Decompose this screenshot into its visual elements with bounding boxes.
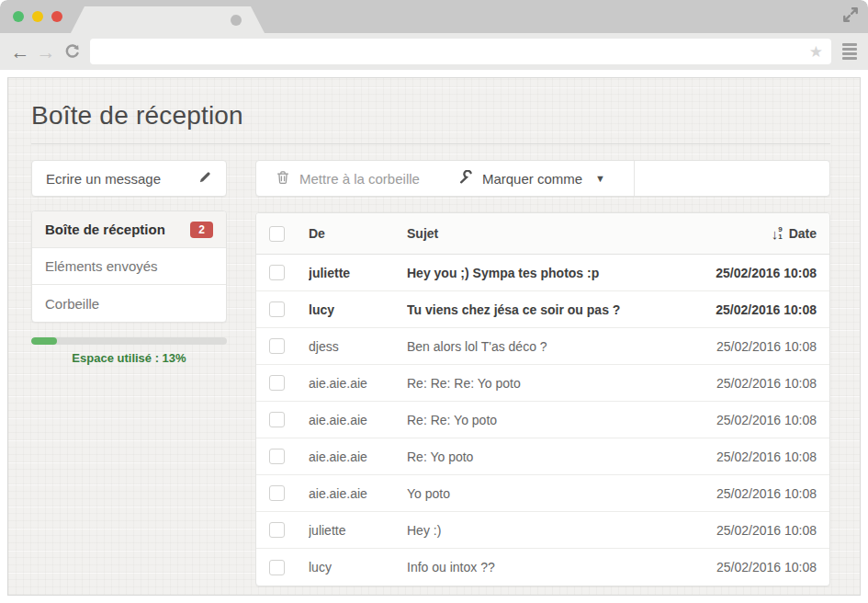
mail-subject[interactable]: Hey :) — [407, 523, 707, 538]
row-checkbox-cell — [269, 265, 285, 280]
folder-item-sent[interactable]: Eléments envoyés — [32, 248, 226, 285]
header-from[interactable]: De — [309, 226, 407, 241]
mail-sender: aie.aie.aie — [309, 413, 407, 427]
move-to-trash-label: Mettre à la corbeille — [299, 171, 420, 187]
row-checkbox[interactable] — [269, 375, 285, 391]
storage-label: Espace utilisé : 13% — [31, 351, 227, 365]
mail-subject[interactable]: Re: Re: Re: Yo poto — [407, 376, 707, 391]
mail-subject[interactable]: Re: Yo poto — [407, 449, 707, 464]
mail-table-header: De Sujet ↓ 9 1 Date — [256, 213, 829, 255]
storage-progress-fill — [31, 337, 57, 345]
folder-label: Eléments envoyés — [45, 258, 158, 274]
row-checkbox[interactable] — [269, 302, 285, 317]
mail-date: 25/02/2016 10:08 — [716, 266, 817, 280]
browser-tab[interactable] — [71, 6, 265, 33]
header-date-label: Date — [789, 226, 817, 241]
mail-sender: lucy — [309, 302, 407, 317]
mail-date: 25/02/2016 10:08 — [716, 486, 817, 501]
tab-favicon-icon — [231, 15, 242, 26]
row-checkbox[interactable] — [269, 412, 285, 427]
mail-sender: juliette — [309, 523, 407, 538]
mail-date: 25/02/2016 10:08 — [716, 413, 817, 427]
page-title: Boîte de réception — [31, 101, 830, 131]
header-subject[interactable]: Sujet — [407, 226, 762, 241]
row-checkbox-cell — [269, 485, 285, 501]
row-checkbox[interactable] — [269, 449, 285, 464]
mail-row[interactable]: lucy Info ou intox ?? 25/02/2016 10:08 — [256, 549, 829, 586]
folder-list: Boîte de réception 2 Eléments envoyés Co… — [31, 210, 227, 323]
row-checkbox[interactable] — [269, 522, 285, 538]
pencil-icon — [198, 170, 212, 187]
browser-titlebar — [0, 0, 868, 33]
traffic-light-yellow[interactable] — [32, 11, 43, 22]
url-input[interactable]: ★ — [90, 39, 831, 64]
main-area: Mettre à la corbeille Marquer comme ▼ — [255, 160, 830, 586]
row-checkbox-cell — [269, 375, 285, 391]
compose-label: Ecrire un message — [46, 171, 161, 187]
mail-date: 25/02/2016 10:08 — [716, 339, 817, 354]
traffic-light-green[interactable] — [13, 11, 24, 22]
browser-navbar: ← → ★ — [0, 33, 868, 70]
mail-subject[interactable]: Ben alors lol T'as déco ? — [407, 339, 707, 354]
traffic-light-red[interactable] — [51, 11, 62, 22]
mail-row[interactable]: juliette Hey you ;) Sympa tes photos :p … — [256, 255, 829, 291]
mail-row[interactable]: juliette Hey :) 25/02/2016 10:08 — [256, 512, 829, 549]
forward-button[interactable]: → — [33, 42, 59, 62]
row-checkbox-cell — [269, 560, 285, 575]
row-checkbox[interactable] — [269, 485, 285, 501]
mail-row[interactable]: lucy Tu viens chez jésa ce soir ou pas ?… — [256, 291, 829, 328]
row-checkbox-cell — [269, 412, 285, 427]
folder-item-inbox[interactable]: Boîte de réception 2 — [32, 211, 226, 248]
mail-row[interactable]: aie.aie.aie Re: Re: Re: Yo poto 25/02/20… — [256, 365, 829, 402]
mark-as-label: Marquer comme — [482, 171, 582, 187]
browser-menu-icon[interactable] — [840, 41, 859, 62]
row-checkbox[interactable] — [269, 560, 285, 575]
sidebar: Ecrire un message Boîte de réception 2 — [31, 160, 227, 586]
mail-subject[interactable]: Info ou intox ?? — [407, 560, 707, 575]
mail-subject[interactable]: Re: Re: Yo poto — [407, 413, 707, 427]
row-checkbox-cell — [269, 522, 285, 538]
mail-sender: aie.aie.aie — [309, 449, 407, 464]
mail-subject[interactable]: Tu viens chez jésa ce soir ou pas ? — [407, 302, 706, 317]
mail-subject[interactable]: Yo poto — [407, 486, 707, 501]
row-checkbox[interactable] — [269, 265, 285, 280]
window-controls — [13, 11, 62, 22]
mail-toolbar: Mettre à la corbeille Marquer comme ▼ — [255, 160, 830, 197]
row-checkbox-cell — [269, 302, 285, 317]
mail-row[interactable]: djess Ben alors lol T'as déco ? 25/02/20… — [256, 328, 829, 365]
mail-row[interactable]: aie.aie.aie Yo poto 25/02/2016 10:08 — [256, 475, 829, 512]
back-button[interactable]: ← — [7, 42, 33, 62]
mail-date: 25/02/2016 10:08 — [716, 302, 817, 317]
bookmark-star-icon[interactable]: ★ — [809, 44, 823, 60]
refresh-button[interactable] — [59, 43, 85, 61]
unread-count-badge: 2 — [190, 222, 213, 238]
mail-row[interactable]: aie.aie.aie Re: Yo poto 25/02/2016 10:08 — [256, 438, 829, 475]
mail-table: De Sujet ↓ 9 1 Date — [255, 212, 830, 586]
trash-icon — [276, 170, 290, 188]
browser-window: ← → ★ Boîte de réception Ecrire un messa… — [0, 0, 868, 603]
folder-label: Boîte de réception — [45, 222, 165, 237]
compose-button[interactable]: Ecrire un message — [31, 160, 227, 197]
mark-as-dropdown[interactable]: Marquer comme ▼ — [439, 161, 625, 196]
mail-sender: aie.aie.aie — [309, 376, 407, 391]
select-all-checkbox[interactable] — [269, 226, 285, 242]
header-date[interactable]: ↓ 9 1 Date — [772, 226, 817, 242]
folder-label: Corbeille — [45, 296, 99, 312]
row-checkbox[interactable] — [269, 338, 285, 354]
expand-icon[interactable] — [841, 6, 860, 24]
mail-row[interactable]: aie.aie.aie Re: Re: Yo poto 25/02/2016 1… — [256, 402, 829, 438]
wrench-icon — [458, 170, 473, 188]
webmail-panel: Boîte de réception Ecrire un message — [7, 77, 861, 596]
row-checkbox-cell — [269, 338, 285, 354]
mail-sender: djess — [309, 339, 407, 354]
mail-date: 25/02/2016 10:08 — [716, 449, 817, 464]
sort-numeric-desc-icon: ↓ 9 1 — [772, 226, 783, 242]
toolbar-divider — [634, 161, 635, 196]
move-to-trash-button[interactable]: Mettre à la corbeille — [256, 161, 439, 196]
mail-subject[interactable]: Hey you ;) Sympa tes photos :p — [407, 266, 706, 280]
folder-item-trash[interactable]: Corbeille — [32, 285, 226, 322]
mail-date: 25/02/2016 10:08 — [716, 376, 817, 391]
mail-sender: aie.aie.aie — [309, 486, 407, 501]
select-all-checkbox-cell — [269, 226, 285, 242]
mail-date: 25/02/2016 10:08 — [716, 560, 817, 575]
